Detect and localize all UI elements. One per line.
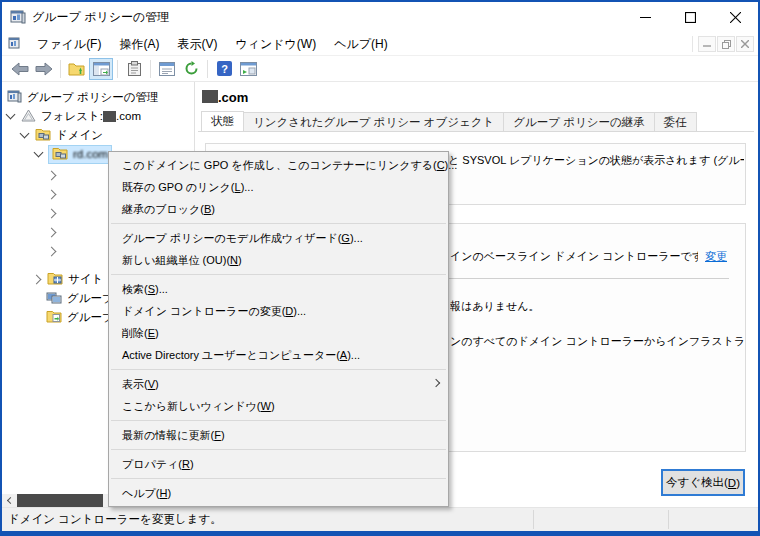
tree-item-forest[interactable]: フォレスト: .com	[7, 107, 141, 125]
console-tree-toggle-icon[interactable]	[89, 58, 113, 80]
tree-item-sites[interactable]: サイト	[33, 270, 103, 288]
chevron-collapsed-icon[interactable]	[47, 170, 57, 180]
scroll-left-arrow-icon[interactable]	[2, 494, 15, 507]
detect-hint-text: ンのすべてのドメイン コントローラーからインフラストラクチャ状	[450, 334, 746, 349]
svg-text:?: ?	[221, 63, 228, 75]
tree-item-label: ドメイン	[56, 128, 103, 143]
tabstrip-baseline	[198, 131, 754, 132]
no-status-details-text: 報はありません。	[450, 299, 650, 314]
close-button[interactable]	[713, 2, 758, 33]
toolbar-separator	[117, 60, 118, 78]
menu-item-link-existing-gpo[interactable]: 既存の GPO のリンク(L)...	[109, 176, 448, 198]
forward-icon[interactable]	[32, 58, 56, 80]
domains-folder-icon	[35, 128, 51, 143]
gpmc-window: グループ ポリシーの管理 ファイル(F) 操作(A) 表示(V) ウィンドウ(W…	[0, 0, 760, 536]
status-bar-separator	[668, 510, 669, 529]
domain-page-title: .com	[202, 90, 248, 105]
properties-icon[interactable]	[155, 58, 179, 80]
minimize-button[interactable]	[623, 2, 668, 33]
domain-icon	[52, 147, 68, 162]
menu-separator	[111, 478, 446, 479]
menu-item-gp-modeling-wizard[interactable]: グループ ポリシーのモデル作成ウィザード(G)...	[109, 227, 448, 249]
tree-item-label: .com	[116, 110, 141, 122]
menu-item-search[interactable]: 検索(S)...	[109, 278, 448, 300]
chevron-expanded-icon[interactable]	[34, 148, 44, 158]
menu-item-refresh[interactable]: 最新の情報に更新(F)	[109, 424, 448, 446]
selected-tree-item[interactable]: rd.com	[49, 146, 111, 163]
up-one-level-icon[interactable]	[65, 58, 89, 80]
chevron-expanded-icon[interactable]	[20, 129, 30, 139]
tree-item-label: rd.com	[73, 148, 108, 160]
back-icon[interactable]	[8, 58, 32, 80]
menu-item-new-window-from-here[interactable]: ここから新しいウィンドウ(W)	[109, 395, 448, 417]
help-icon[interactable]: ?	[212, 58, 236, 80]
menu-window[interactable]: ウィンドウ(W)	[226, 33, 325, 56]
menu-separator	[111, 449, 446, 450]
tree-item-gpmc-root[interactable]: グループ ポリシーの管理	[7, 88, 159, 106]
forest-icon	[21, 109, 36, 124]
new-window-icon[interactable]	[236, 58, 260, 80]
detect-now-button[interactable]: 今すぐ検出(D)	[661, 469, 745, 496]
tree-item-hidden-child[interactable]	[48, 166, 62, 184]
tab-gp-inheritance[interactable]: グループ ポリシーの継承	[504, 112, 655, 132]
menu-view[interactable]: 表示(V)	[168, 33, 226, 56]
mdi-restore-button[interactable]	[717, 36, 735, 52]
chevron-expanded-icon[interactable]	[6, 110, 16, 120]
window-title: グループ ポリシーの管理	[32, 9, 169, 26]
menu-action[interactable]: 操作(A)	[110, 33, 168, 56]
tree-item-label: フォレスト:	[41, 109, 103, 124]
menu-separator	[111, 369, 446, 370]
mdi-minimize-button[interactable]	[698, 36, 716, 52]
toolbar: ?	[2, 56, 758, 82]
menu-help[interactable]: ヘルプ(H)	[325, 33, 397, 56]
sites-folder-icon	[47, 272, 63, 287]
submenu-arrow-icon	[432, 379, 440, 387]
mdi-close-button[interactable]	[736, 36, 754, 52]
menu-item-delete[interactable]: 削除(E)	[109, 322, 448, 344]
title-bar[interactable]: グループ ポリシーの管理	[2, 2, 758, 33]
scrollbar-thumb[interactable]	[17, 494, 103, 507]
menu-bar: ファイル(F) 操作(A) 表示(V) ウィンドウ(W) ヘルプ(H)	[2, 33, 758, 56]
tab-status[interactable]: 状態	[201, 111, 244, 132]
status-bar-separator	[533, 510, 534, 529]
gp-modeling-icon	[46, 291, 62, 306]
menu-file[interactable]: ファイル(F)	[28, 33, 110, 56]
menu-item-ad-users-computers[interactable]: Active Directory ユーザーとコンピューター(A)...	[109, 344, 448, 366]
clipboard-icon[interactable]	[122, 58, 146, 80]
tab-linked-gpos[interactable]: リンクされたグループ ポリシー オブジェクト	[244, 112, 504, 132]
censored-domain-block	[202, 90, 218, 103]
toolbar-separator	[60, 60, 61, 78]
chevron-collapsed-icon[interactable]	[47, 246, 57, 256]
chevron-collapsed-icon[interactable]	[47, 208, 57, 218]
menu-item-change-dc[interactable]: ドメイン コントローラーの変更(D)...	[109, 300, 448, 322]
menu-separator	[111, 274, 446, 275]
context-menu: このドメインに GPO を作成し、このコンテナーにリンクする(C)... 既存の…	[108, 151, 449, 507]
toolbar-separator	[150, 60, 151, 78]
status-bar: ドメイン コントローラーを変更します。	[2, 507, 758, 531]
chevron-collapsed-icon[interactable]	[32, 274, 42, 284]
baseline-dc-text: インのベースライン ドメイン コントローラーです。	[450, 249, 698, 264]
maximize-button[interactable]	[668, 2, 713, 33]
tree-item-hidden-child[interactable]	[48, 223, 62, 241]
tree-item-label: グループ ポリシーの管理	[27, 90, 159, 105]
menu-separator	[111, 223, 446, 224]
replication-status-text: と SYSVOL レプリケーションの状態が表示されます (グループ ポ	[448, 153, 744, 168]
tree-item-hidden-child[interactable]	[48, 242, 62, 260]
tree-item-rd-com[interactable]: rd.com	[35, 145, 111, 163]
menu-item-block-inheritance[interactable]: 継承のブロック(B)	[109, 198, 448, 220]
tree-item-hidden-child[interactable]	[48, 185, 62, 203]
menu-item-help[interactable]: ヘルプ(H)	[109, 482, 448, 504]
change-dc-link[interactable]: 変更	[705, 249, 727, 264]
refresh-icon[interactable]	[179, 58, 203, 80]
menu-item-new-ou[interactable]: 新しい組織単位 (OU)(N)	[109, 249, 448, 271]
tree-item-domains[interactable]: ドメイン	[21, 126, 103, 144]
menu-item-view[interactable]: 表示(V)	[109, 373, 448, 395]
tab-delegation[interactable]: 委任	[655, 112, 697, 132]
chevron-collapsed-icon[interactable]	[47, 227, 57, 237]
menu-item-create-gpo-link[interactable]: このドメインに GPO を作成し、このコンテナーにリンクする(C)...	[109, 154, 448, 176]
tree-item-label: サイト	[68, 272, 103, 287]
menu-item-properties[interactable]: プロパティ(R)	[109, 453, 448, 475]
tree-item-hidden-child[interactable]	[48, 204, 62, 222]
gpmc-app-icon	[10, 8, 26, 27]
chevron-collapsed-icon[interactable]	[47, 189, 57, 199]
